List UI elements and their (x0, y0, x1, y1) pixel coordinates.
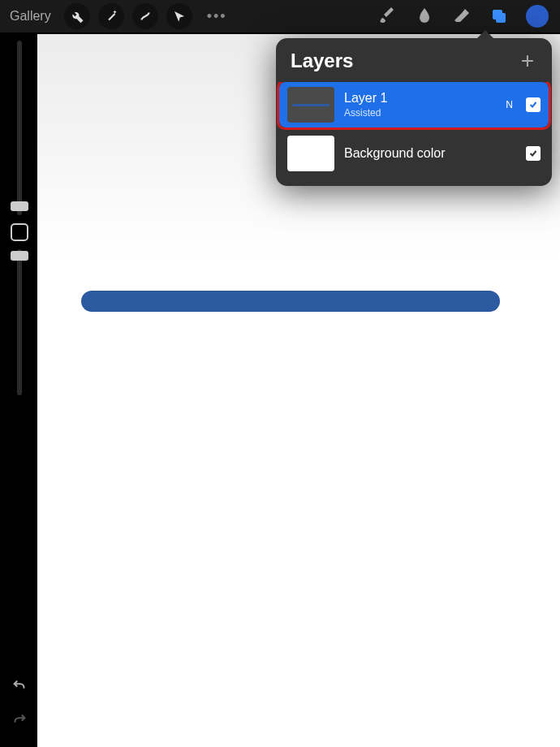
modify-menu-button[interactable]: ••• (207, 8, 227, 25)
actions-button[interactable] (64, 3, 90, 29)
wrench-icon (70, 9, 84, 24)
top-toolbar: Gallery ••• (0, 0, 560, 32)
top-right-tools (377, 5, 555, 28)
blend-mode-label[interactable]: N (506, 99, 513, 110)
brush-opacity-thumb[interactable] (11, 251, 28, 261)
svg-rect-1 (496, 13, 506, 23)
check-icon (528, 149, 538, 158)
layer-thumb-content (292, 104, 330, 106)
plus-icon: + (521, 48, 534, 74)
color-picker-button[interactable] (526, 5, 549, 28)
brush-button[interactable] (377, 6, 398, 27)
eraser-button[interactable] (451, 6, 472, 27)
layers-icon (489, 6, 509, 26)
panel-arrow (477, 30, 493, 38)
wand-icon (104, 9, 118, 24)
smudge-button[interactable] (414, 6, 435, 27)
brush-size-slider[interactable] (17, 41, 22, 215)
eraser-icon (452, 6, 472, 26)
redo-button[interactable] (10, 710, 29, 729)
layers-button[interactable] (489, 6, 510, 27)
gallery-button[interactable]: Gallery (5, 6, 56, 27)
arrow-icon (172, 9, 187, 24)
left-sidebar (3, 32, 36, 747)
layer-visibility-checkbox[interactable] (526, 97, 541, 112)
layer-thumbnail[interactable] (287, 87, 334, 123)
layer-info: Layer 1 Assisted (344, 91, 496, 119)
s-curve-icon (138, 9, 153, 24)
layer-name-label: Layer 1 (344, 91, 496, 106)
layers-header: Layers + (276, 38, 552, 82)
layer-row-background[interactable]: Background color (276, 129, 552, 178)
modifier-button[interactable] (11, 223, 28, 241)
layer-thumbnail[interactable] (287, 136, 334, 171)
layer-row-selected[interactable]: Layer 1 Assisted N (279, 82, 549, 127)
add-layer-button[interactable]: + (518, 51, 537, 71)
smudge-icon (415, 6, 434, 26)
selection-button[interactable] (132, 3, 158, 29)
adjustments-button[interactable] (98, 3, 124, 29)
layer-info: Background color (344, 146, 516, 161)
brush-opacity-slider[interactable] (17, 249, 22, 395)
dots-icon: ••• (207, 8, 227, 24)
brush-icon (377, 6, 397, 26)
layer-name-label: Background color (344, 146, 516, 161)
undo-icon (11, 676, 28, 694)
drawn-stroke (81, 291, 500, 312)
undo-redo-group (10, 676, 29, 729)
layer-visibility-checkbox[interactable] (526, 146, 541, 161)
layers-title: Layers (291, 50, 353, 72)
brush-size-thumb[interactable] (11, 201, 28, 211)
redo-icon (11, 710, 28, 728)
layers-panel: Layers + Layer 1 Assisted N Background c… (276, 38, 552, 186)
undo-button[interactable] (10, 676, 29, 695)
transform-button[interactable] (166, 3, 192, 29)
layer-subtitle-label: Assisted (344, 107, 496, 119)
check-icon (528, 100, 538, 110)
